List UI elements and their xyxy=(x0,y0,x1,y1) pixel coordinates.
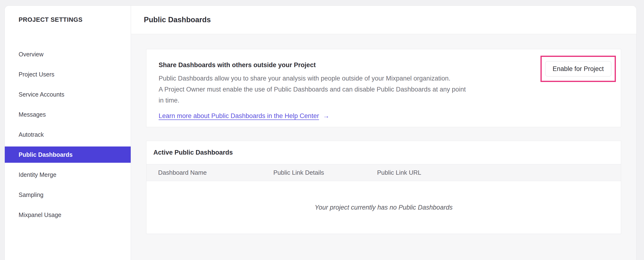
active-dashboards-heading: Active Public Dashboards xyxy=(146,141,621,164)
main-content: Share Dashboards with others outside you… xyxy=(131,34,636,260)
dashboards-empty-message: Your project currently has no Public Das… xyxy=(146,181,621,234)
column-header-dashboard-name: Dashboard Name xyxy=(158,169,273,176)
sidebar-item-autotrack[interactable]: Autotrack xyxy=(5,126,131,143)
learn-more-row: Learn more about Public Dashboards in th… xyxy=(158,112,621,120)
column-header-public-link-details: Public Link Details xyxy=(273,169,377,176)
share-card-description-line: A Project Owner must enable the use of P… xyxy=(158,84,621,95)
sidebar-item-public-dashboards[interactable]: Public Dashboards xyxy=(5,147,131,163)
sidebar-item-mixpanel-usage[interactable]: Mixpanel Usage xyxy=(5,207,131,223)
learn-more-link[interactable]: Learn more about Public Dashboards in th… xyxy=(158,112,319,120)
main-header: Public Dashboards xyxy=(131,6,636,34)
sidebar-item-service-accounts[interactable]: Service Accounts xyxy=(5,86,131,102)
sidebar-item-identity-merge[interactable]: Identity Merge xyxy=(5,167,131,183)
column-header-public-link-url: Public Link URL xyxy=(377,169,621,176)
dashboards-table-header: Dashboard NamePublic Link DetailsPublic … xyxy=(146,164,621,181)
sidebar-item-messages[interactable]: Messages xyxy=(5,106,131,122)
page-title: Public Dashboards xyxy=(144,16,211,24)
sidebar-item-sampling[interactable]: Sampling xyxy=(5,187,131,203)
enable-for-project-button[interactable]: Enable for Project xyxy=(545,61,611,76)
sidebar-title: PROJECT SETTINGS xyxy=(18,15,82,24)
settings-sidebar: PROJECT SETTINGS OverviewProject UsersSe… xyxy=(5,6,131,260)
sidebar-item-overview[interactable]: Overview xyxy=(5,46,131,62)
share-dashboards-card: Share Dashboards with others outside you… xyxy=(146,49,621,127)
annotation-highlight-box: Enable for Project xyxy=(540,56,616,82)
sidebar-nav: OverviewProject UsersService AccountsMes… xyxy=(5,46,131,223)
share-card-description-line: in time. xyxy=(158,95,621,106)
sidebar-item-project-users[interactable]: Project Users xyxy=(5,66,131,82)
active-dashboards-card: Active Public Dashboards Dashboard NameP… xyxy=(146,141,621,234)
arrow-right-icon: → xyxy=(323,112,329,120)
project-settings-panel: PROJECT SETTINGS OverviewProject UsersSe… xyxy=(4,6,636,260)
